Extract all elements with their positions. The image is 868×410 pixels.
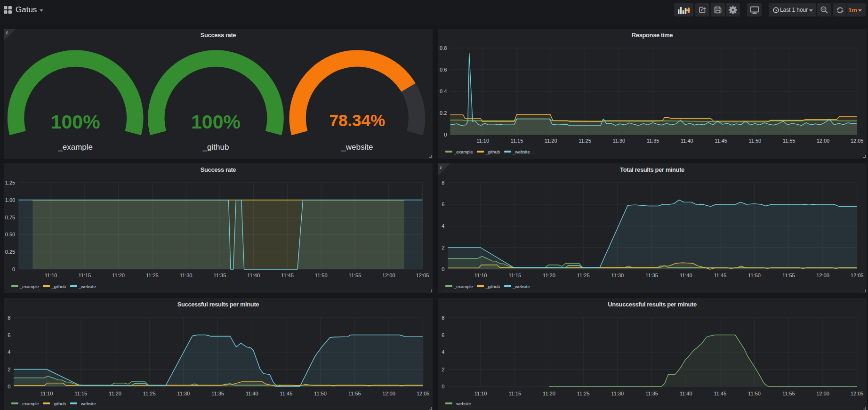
svg-text:11:25: 11:25 [146,273,159,278]
svg-text:11:40: 11:40 [246,391,258,396]
svg-text:4: 4 [8,349,10,355]
svg-text:11:50: 11:50 [749,138,762,144]
svg-text:12:00: 12:00 [816,391,829,396]
svg-text:11:10: 11:10 [474,391,487,396]
svg-text:0: 0 [12,266,15,272]
svg-text:0.4: 0.4 [440,88,447,94]
svg-text:11:20: 11:20 [543,273,555,278]
svg-text:6: 6 [8,332,10,338]
svg-text:11:15: 11:15 [508,273,521,278]
svg-text:11:35: 11:35 [214,273,226,278]
svg-text:6: 6 [442,201,444,207]
svg-text:0: 0 [8,384,10,389]
svg-text:12:00: 12:00 [816,273,829,278]
svg-text:12:05: 12:05 [851,273,864,278]
svg-text:0.50: 0.50 [5,232,15,237]
svg-text:11:40: 11:40 [681,138,693,144]
svg-text:11:50: 11:50 [314,391,327,396]
svg-text:11:20: 11:20 [545,138,557,144]
svg-text:0.6: 0.6 [440,67,447,72]
svg-text:11:50: 11:50 [315,273,328,278]
svg-text:11:35: 11:35 [645,273,658,278]
svg-text:11:35: 11:35 [647,138,659,144]
svg-text:_github: _github [202,143,229,152]
svg-text:12:05: 12:05 [417,391,430,396]
svg-text:12:00: 12:00 [382,391,395,396]
svg-text:1.00: 1.00 [5,197,15,203]
svg-text:11:30: 11:30 [177,391,190,396]
svg-text:12:05: 12:05 [851,391,864,396]
svg-text:11:10: 11:10 [40,391,53,396]
svg-text:11:40: 11:40 [680,391,692,396]
svg-text:0: 0 [442,266,444,272]
svg-text:11:30: 11:30 [180,273,193,278]
svg-text:8: 8 [8,315,10,321]
svg-text:12:00: 12:00 [817,138,830,144]
svg-text:0.2: 0.2 [440,110,447,116]
svg-text:11:30: 11:30 [611,391,624,396]
svg-text:11:20: 11:20 [112,273,125,278]
svg-text:0.8: 0.8 [440,45,447,51]
svg-text:_example: _example [57,143,93,152]
svg-text:11:25: 11:25 [579,138,591,144]
svg-text:0.25: 0.25 [5,249,15,255]
svg-text:11:15: 11:15 [511,138,523,144]
svg-text:2: 2 [442,367,444,372]
svg-text:0: 0 [444,132,447,137]
svg-text:2: 2 [8,367,10,372]
svg-text:12:05: 12:05 [851,138,864,144]
svg-text:11:55: 11:55 [348,391,361,396]
svg-text:4: 4 [442,349,444,355]
svg-text:11:35: 11:35 [211,391,224,396]
svg-text:11:30: 11:30 [611,273,624,278]
svg-text:11:55: 11:55 [782,273,795,278]
svg-text:11:40: 11:40 [680,273,692,278]
svg-text:11:10: 11:10 [474,273,487,278]
svg-text:11:25: 11:25 [577,273,590,278]
svg-text:11:15: 11:15 [74,391,87,396]
svg-text:12:05: 12:05 [416,273,429,278]
svg-text:11:45: 11:45 [281,273,294,278]
svg-text:11:15: 11:15 [508,391,521,396]
svg-text:1.25: 1.25 [5,180,15,185]
svg-text:4: 4 [442,223,444,229]
svg-text:11:25: 11:25 [143,391,156,396]
svg-text:0: 0 [442,384,444,389]
svg-text:12:00: 12:00 [382,273,395,278]
svg-text:11:25: 11:25 [577,391,590,396]
svg-text:11:55: 11:55 [783,138,796,144]
svg-text:_website: _website [341,143,373,152]
svg-text:78.34%: 78.34% [329,111,385,129]
svg-text:11:35: 11:35 [645,391,658,396]
svg-text:11:45: 11:45 [714,391,727,396]
svg-text:11:30: 11:30 [612,138,625,144]
svg-text:11:55: 11:55 [782,391,795,396]
svg-text:11:55: 11:55 [349,273,362,278]
svg-text:100%: 100% [191,111,241,133]
svg-text:11:15: 11:15 [79,273,91,278]
svg-text:11:45: 11:45 [280,391,293,396]
svg-text:2: 2 [442,245,444,250]
svg-text:11:20: 11:20 [543,391,555,396]
svg-text:11:50: 11:50 [748,391,761,396]
svg-text:0.75: 0.75 [5,215,15,220]
svg-text:11:20: 11:20 [109,391,121,396]
svg-text:11:45: 11:45 [715,138,727,144]
svg-text:8: 8 [442,180,444,185]
svg-text:11:10: 11:10 [476,138,489,144]
svg-text:11:40: 11:40 [247,273,260,278]
svg-text:100%: 100% [51,111,100,133]
svg-text:11:45: 11:45 [714,273,727,278]
svg-text:8: 8 [442,315,444,321]
svg-text:11:10: 11:10 [45,273,57,278]
svg-text:11:50: 11:50 [748,273,761,278]
svg-text:6: 6 [442,332,444,338]
